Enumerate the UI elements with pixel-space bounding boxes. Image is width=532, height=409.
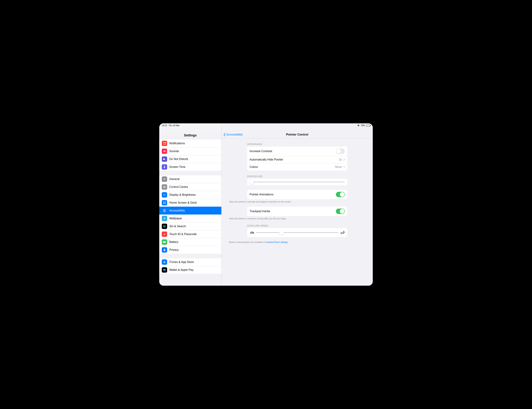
row-auto-hide[interactable]: Automatically Hide Pointer 2s: [247, 156, 347, 164]
sidebar-item-home-screen-dock[interactable]: Home Screen & Dock: [159, 199, 221, 207]
link-assistivetouch[interactable]: AssistiveTouch settings: [266, 241, 288, 244]
sounds-icon: [162, 149, 167, 154]
gear-icon: [162, 176, 167, 182]
accessibility-icon: [162, 208, 167, 213]
display-icon: AA: [162, 192, 167, 198]
section-header-pointer-size: POINTER SIZE: [247, 175, 347, 178]
footer-trackpad-inertia: Allow the pointer to continue moving aft…: [229, 217, 329, 220]
sidebar-item-label: Battery: [169, 240, 178, 244]
toggle-trackpad-inertia[interactable]: [336, 209, 345, 214]
value-colour: None: [335, 165, 342, 169]
footer-bottom-note: Button customisations are available in A…: [229, 241, 329, 244]
svg-point-18: [165, 218, 166, 219]
svg-rect-8: [163, 202, 164, 202]
wallet-icon: [162, 267, 167, 273]
sidebar-item-label: Sounds: [169, 150, 179, 153]
sidebar-item-sounds[interactable]: Sounds: [159, 147, 221, 155]
fingerprint-icon: [162, 231, 167, 237]
toggle-pointer-animations[interactable]: [336, 192, 345, 197]
sidebar-item-itunes-app-store[interactable]: iTunes & App Store: [159, 258, 221, 266]
row-pointer-animations[interactable]: Pointer Animations: [247, 190, 347, 199]
label-colour: Colour: [250, 165, 335, 169]
wifi-icon: [357, 125, 360, 126]
svg-point-1: [165, 142, 166, 143]
row-trackpad-inertia[interactable]: Trackpad Inertia: [247, 207, 347, 216]
sidebar-item-display-brightness[interactable]: AADisplay & Brightness: [159, 191, 221, 199]
siri-icon: [162, 224, 167, 229]
toggle-increase-contrast[interactable]: [336, 149, 345, 154]
page-title: Pointer Control: [221, 133, 373, 136]
sidebar-item-accessibility[interactable]: Accessibility: [159, 207, 221, 215]
sidebar-item-screen-time[interactable]: Screen Time: [159, 163, 221, 171]
svg-rect-11: [165, 203, 166, 204]
label-pointer-animations: Pointer Animations: [250, 193, 336, 196]
status-time: 14:31: [162, 124, 167, 127]
sidebar-item-battery[interactable]: Battery: [159, 238, 221, 246]
svg-point-6: [165, 187, 165, 188]
back-label: Accessibility: [226, 133, 243, 136]
sidebar-item-do-not-disturb[interactable]: Do Not Disturb: [159, 155, 221, 163]
sidebar-item-label: Control Centre: [169, 185, 188, 189]
status-date: Thu 19 Mar: [169, 124, 180, 127]
svg-rect-23: [163, 242, 165, 242]
sidebar-item-label: Notifications: [169, 142, 185, 145]
value-auto-hide: 2s: [339, 158, 342, 161]
row-increase-contrast[interactable]: Increase Contrast: [247, 146, 347, 156]
moon-icon: [162, 156, 167, 162]
sidebar-item-label: General: [169, 178, 180, 181]
svg-rect-27: [163, 270, 166, 271]
sidebar-item-label: Wallpaper: [169, 217, 182, 220]
svg-point-14: [164, 218, 165, 219]
label-increase-contrast: Increase Contrast: [250, 150, 336, 153]
appstore-icon: [162, 259, 167, 265]
svg-rect-26: [163, 270, 166, 270]
sidebar-item-control-centre[interactable]: Control Centre: [159, 183, 221, 191]
sidebar-item-wallet-apple-pay[interactable]: Wallet & Apple Pay: [159, 266, 221, 274]
sidebar-item-wallpaper[interactable]: Wallpaper: [159, 215, 221, 222]
svg-point-2: [164, 179, 165, 180]
svg-rect-22: [166, 242, 166, 242]
slider-scroll-speed[interactable]: [247, 228, 347, 237]
status-bar: 14:31 Thu 19 Mar 79%: [159, 123, 373, 127]
sidebar-item-notifications[interactable]: Notifications: [159, 139, 221, 147]
svg-point-16: [164, 219, 165, 220]
svg-text:AA: AA: [163, 194, 166, 196]
chevron-right-icon: [343, 166, 345, 168]
grid-icon: [162, 200, 167, 205]
hourglass-icon: [162, 164, 167, 170]
sidebar-item-label: Touch ID & Passcode: [169, 233, 197, 236]
sidebar-title: Settings: [184, 134, 197, 137]
row-colour[interactable]: Colour None: [247, 164, 347, 171]
battery-icon: [366, 125, 370, 127]
switches-icon: [162, 184, 167, 190]
sidebar-item-privacy[interactable]: Privacy: [159, 246, 221, 254]
sidebar-item-label: iTunes & App Store: [169, 260, 194, 264]
section-header-appearance: APPEARANCE: [247, 143, 347, 145]
svg-rect-25: [163, 269, 166, 270]
flower-icon: [162, 216, 167, 221]
svg-rect-3: [163, 186, 166, 187]
back-button[interactable]: Accessibility: [223, 133, 243, 136]
sidebar-item-label: Do Not Disturb: [169, 157, 188, 161]
chevron-right-icon: [343, 158, 345, 161]
svg-point-17: [163, 218, 164, 219]
svg-rect-9: [165, 202, 166, 202]
sidebar-item-touch-id-passcode[interactable]: Touch ID & Passcode: [159, 230, 221, 238]
battery-percent: 79%: [361, 124, 365, 127]
sidebar-item-general[interactable]: General: [159, 175, 221, 183]
sidebar-item-label: Home Screen & Dock: [169, 201, 197, 204]
label-trackpad-inertia: Trackpad Inertia: [250, 210, 336, 213]
label-auto-hide: Automatically Hide Pointer: [250, 158, 339, 161]
slider-pointer-size[interactable]: [247, 179, 347, 185]
svg-point-20: [164, 226, 165, 227]
hand-icon: [162, 247, 167, 253]
sidebar-item-siri-search[interactable]: Siri & Search: [159, 222, 221, 230]
battery-icon: [162, 239, 167, 245]
notifications-icon: [162, 141, 167, 146]
tortoise-icon: [250, 231, 254, 234]
svg-rect-4: [163, 187, 166, 188]
footer-pointer-animations: Allow the pointer to animate and adapt t…: [229, 200, 329, 203]
sidebar-item-label: Wallet & Apple Pay: [169, 268, 193, 272]
section-header-scroll: SCROLLING SPEED: [247, 225, 347, 227]
svg-point-13: [164, 210, 165, 210]
